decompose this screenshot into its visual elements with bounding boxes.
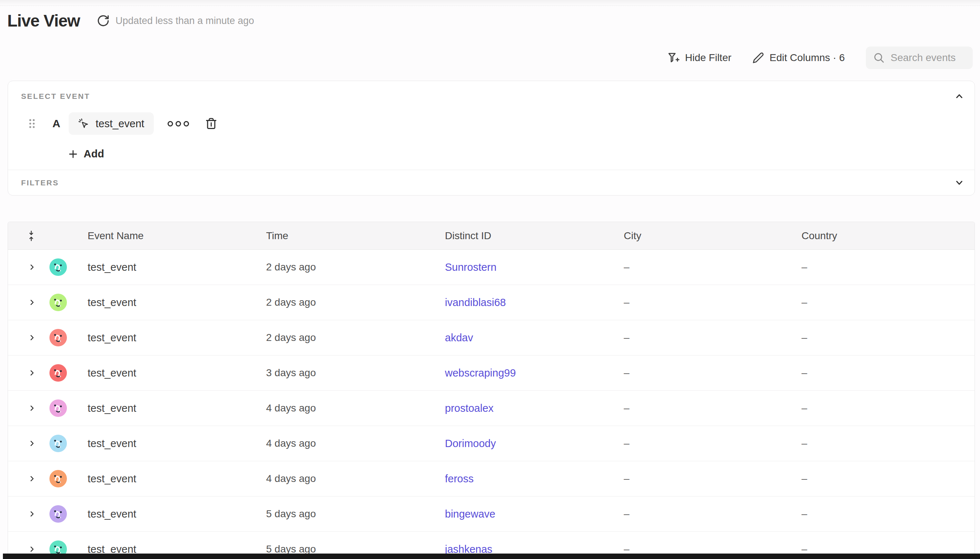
distinct-id-link[interactable]: Sunrostern [445, 261, 497, 273]
collapse-select-event-button[interactable] [954, 91, 965, 102]
user-avatar [50, 364, 67, 382]
table-row[interactable]: test_event 4 days ago prostoalex – – [8, 391, 975, 426]
cell-time: 3 days ago [266, 367, 445, 379]
top-edge-texture [0, 0, 980, 6]
add-event-button[interactable]: Add [68, 148, 104, 160]
distinct-id-link[interactable]: Dorimoody [445, 438, 496, 449]
cell-event-name: test_event [75, 367, 266, 379]
search-icon [873, 52, 885, 64]
column-header-time[interactable]: Time [266, 230, 445, 242]
user-avatar [50, 470, 67, 488]
distinct-id-link[interactable]: ivandiblasi68 [445, 296, 506, 308]
cell-event-name: test_event [75, 402, 266, 414]
cell-country: – [802, 332, 975, 344]
table-row[interactable]: test_event 2 days ago Sunrostern – – [8, 250, 975, 285]
chevron-right-icon [28, 474, 36, 483]
column-header-city[interactable]: City [624, 230, 802, 242]
chevron-down-icon [954, 177, 964, 187]
hide-filter-button[interactable]: Hide Filter [667, 51, 731, 64]
cell-country: – [802, 473, 975, 485]
user-avatar [50, 258, 67, 276]
select-event-section: SELECT EVENT A [8, 81, 975, 170]
column-header-distinct-id[interactable]: Distinct ID [445, 230, 624, 242]
cell-event-name: test_event [75, 508, 266, 520]
refresh-button[interactable] [96, 13, 111, 28]
chevron-right-icon [28, 333, 36, 342]
cell-event-name: test_event [75, 473, 266, 485]
chevron-right-icon [28, 509, 36, 519]
cell-time: 2 days ago [266, 296, 445, 308]
event-overflow-menu-button[interactable] [165, 119, 191, 129]
cell-city: – [624, 261, 802, 273]
table-row[interactable]: test_event 5 days ago bingewave – – [8, 496, 975, 532]
cell-time: 2 days ago [266, 261, 445, 273]
plus-icon [68, 149, 78, 159]
distinct-id-link[interactable]: feross [445, 473, 474, 485]
row-expander[interactable] [8, 439, 41, 448]
row-expander[interactable] [8, 474, 41, 483]
add-button-label: Add [84, 148, 104, 160]
table-row[interactable]: test_event 4 days ago Dorimoody – – [8, 426, 975, 461]
bottom-edge-bar [3, 554, 980, 559]
selected-event-name: test_event [96, 118, 144, 130]
updated-status-text: Updated less than a minute ago [116, 15, 254, 26]
edit-columns-button[interactable]: Edit Columns · 6 [752, 52, 845, 64]
event-series-letter: A [52, 117, 61, 130]
cell-time: 4 days ago [266, 438, 445, 449]
expand-filters-button[interactable] [954, 177, 965, 188]
cursor-click-icon [78, 118, 89, 129]
cell-city: – [624, 367, 802, 379]
column-header-country[interactable]: Country [802, 230, 975, 242]
hide-filter-label: Hide Filter [685, 52, 731, 64]
column-header-event-name[interactable]: Event Name [75, 230, 266, 242]
table-row[interactable]: test_event 2 days ago akdav – – [8, 320, 975, 356]
row-expander[interactable] [8, 298, 41, 307]
cell-country: – [802, 438, 975, 449]
user-avatar [50, 399, 67, 417]
cell-time: 5 days ago [266, 508, 445, 520]
page-header: Live View Updated less than a minute ago [7, 11, 254, 31]
cell-event-name: test_event [75, 296, 266, 309]
cell-country: – [802, 508, 975, 520]
edit-columns-label: Edit Columns · 6 [770, 52, 845, 64]
refresh-icon [97, 14, 110, 27]
chevron-right-icon [28, 368, 36, 378]
cell-country: – [802, 261, 975, 273]
chevron-right-icon [28, 439, 36, 448]
event-query-row: A test_event [21, 112, 965, 135]
table-header-row: Event Name Time Distinct ID City Country [8, 222, 975, 250]
table-row[interactable]: test_event 2 days ago ivandiblasi68 – – [8, 285, 975, 320]
drag-handle-icon[interactable] [28, 118, 36, 129]
filter-plus-icon [667, 51, 679, 64]
distinct-id-link[interactable]: akdav [445, 332, 473, 344]
page-title: Live View [7, 11, 80, 31]
chevron-right-icon [28, 544, 36, 554]
collapse-rows-button[interactable] [8, 230, 41, 242]
trash-icon [205, 117, 217, 130]
chevron-up-icon [954, 91, 964, 101]
user-avatar [50, 505, 67, 523]
cell-city: – [624, 508, 802, 520]
event-selector-chip[interactable]: test_event [69, 112, 154, 135]
cell-time: 4 days ago [266, 402, 445, 414]
distinct-id-link[interactable]: webscraping99 [445, 367, 516, 379]
distinct-id-link[interactable]: bingewave [445, 508, 496, 520]
row-expander[interactable] [8, 404, 41, 413]
row-expander[interactable] [8, 263, 41, 272]
row-expander[interactable] [8, 544, 41, 554]
distinct-id-link[interactable]: jashkenas [445, 543, 492, 555]
search-events-box[interactable] [866, 46, 973, 69]
filters-label: FILTERS [21, 179, 59, 187]
row-expander[interactable] [8, 368, 41, 378]
cell-city: – [624, 296, 802, 308]
row-expander[interactable] [8, 333, 41, 342]
cell-event-name: test_event [75, 261, 266, 273]
select-event-label: SELECT EVENT [21, 92, 965, 101]
row-expander[interactable] [8, 509, 41, 519]
search-events-input[interactable] [891, 52, 963, 64]
cell-country: – [802, 367, 975, 379]
table-row[interactable]: test_event 3 days ago webscraping99 – – [8, 356, 975, 391]
table-row[interactable]: test_event 4 days ago feross – – [8, 461, 975, 496]
distinct-id-link[interactable]: prostoalex [445, 402, 494, 414]
delete-event-button[interactable] [205, 117, 217, 130]
